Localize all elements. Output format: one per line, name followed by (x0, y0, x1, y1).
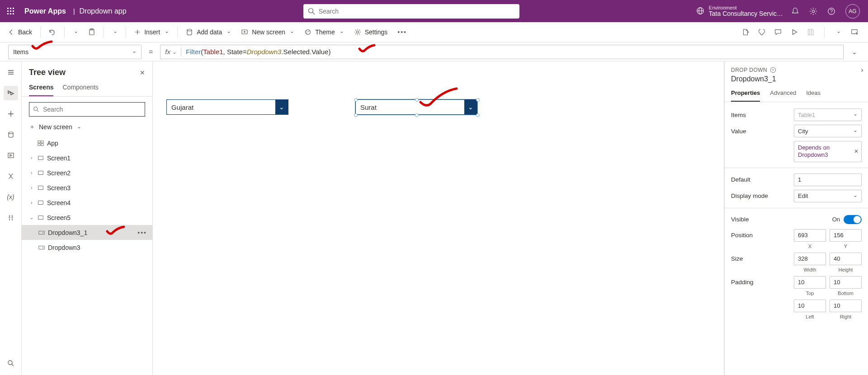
prop-pad-left-input[interactable] (794, 300, 826, 312)
app-checker-icon[interactable] (757, 28, 766, 37)
tree-tab-components[interactable]: Components (62, 80, 98, 96)
svg-rect-6 (7, 13, 9, 14)
tree-search-input[interactable] (43, 106, 141, 113)
rail-tools[interactable] (4, 211, 18, 225)
prop-display-mode-select[interactable]: Edit (794, 190, 862, 202)
tree-view-close[interactable]: ✕ (140, 69, 145, 76)
svg-rect-1 (10, 8, 11, 9)
undo-icon (49, 28, 56, 36)
canvas[interactable]: Gujarat ⌄ Surat ⌄ (153, 61, 724, 375)
chevron-down-icon[interactable]: ⌄ (275, 100, 288, 114)
formula-input[interactable]: fx Filter(Table1, State=Dropdown3.Select… (160, 45, 844, 59)
rail-data[interactable] (4, 127, 18, 142)
rail-tree-view[interactable] (4, 86, 18, 100)
svg-rect-7 (10, 13, 11, 14)
insert-button[interactable]: Insert (131, 26, 173, 38)
canvas-dropdown-b[interactable]: Surat ⌄ (355, 99, 477, 115)
tree-node-screen5[interactable]: ⌄Screen5 (22, 210, 152, 225)
properties-pane: DROP DOWN ? › Dropdown3_1 Properties Adv… (724, 61, 868, 375)
prop-height-input[interactable] (830, 253, 862, 265)
screen-icon (37, 169, 44, 177)
svg-rect-42 (39, 231, 44, 234)
rail-flows[interactable] (4, 169, 18, 183)
save-icon[interactable] (806, 28, 815, 37)
property-selector[interactable]: Items (8, 45, 142, 59)
paste-button[interactable] (85, 26, 99, 38)
global-search[interactable] (303, 4, 519, 19)
tree-node-more[interactable]: ••• (137, 229, 147, 236)
theme-button[interactable]: Theme (301, 26, 348, 38)
tree-node-dropdown3[interactable]: Dropdown3 (22, 240, 152, 255)
prop-padding-label: Padding (731, 279, 790, 286)
rail-insert[interactable] (4, 107, 18, 121)
settings-button[interactable]: Settings (350, 26, 392, 38)
prop-visible-toggle[interactable] (844, 215, 862, 224)
tree-search[interactable] (29, 102, 145, 117)
canvas-surface[interactable]: Gujarat ⌄ Surat ⌄ (153, 61, 724, 375)
app-title[interactable]: Dropdown app (80, 7, 127, 15)
fx-label[interactable]: fx (165, 48, 176, 56)
prop-pad-top-input[interactable] (794, 276, 826, 289)
prop-display-mode-label: Display mode (731, 192, 790, 199)
close-icon[interactable]: ✕ (854, 148, 859, 155)
prop-y-input[interactable] (830, 229, 862, 242)
help-icon[interactable]: ? (770, 67, 776, 73)
save-menu[interactable] (834, 28, 843, 37)
prop-depends-box[interactable]: Depends on Dropdown3 ✕ (794, 141, 862, 162)
prop-default-input[interactable] (794, 173, 862, 186)
rail-search[interactable] (4, 356, 18, 370)
props-tab-advanced[interactable]: Advanced (770, 87, 796, 102)
add-data-button[interactable]: Add data (182, 26, 235, 38)
svg-rect-34 (41, 141, 43, 142)
settings-label: Settings (365, 28, 388, 36)
waffle-icon[interactable] (0, 8, 22, 15)
paste-dropdown[interactable] (108, 26, 121, 38)
environment-picker[interactable]: Environment Tata Consultancy Servic… (696, 5, 783, 17)
svg-rect-28 (8, 153, 14, 158)
props-tab-ideas[interactable]: Ideas (806, 87, 821, 102)
preview-icon[interactable] (790, 28, 799, 37)
settings-gear-icon[interactable] (809, 7, 817, 15)
undo-button[interactable] (45, 26, 60, 38)
canvas-dropdown-a[interactable]: Gujarat ⌄ (166, 99, 288, 115)
prop-items-select[interactable]: Table1 (794, 108, 862, 121)
prop-position-label: Position (731, 232, 790, 239)
search-icon (308, 8, 315, 15)
formula-expand[interactable]: ⌄ (849, 48, 860, 56)
rail-media[interactable] (4, 148, 18, 163)
overflow-button[interactable]: ••• (394, 26, 410, 38)
undo-dropdown[interactable] (69, 26, 82, 38)
tree-label: Screen5 (47, 214, 71, 221)
notifications-icon[interactable] (791, 7, 799, 15)
tree-node-dropdown3-1[interactable]: Dropdown3_1 ••• (22, 225, 152, 240)
tree-node-screen2[interactable]: ›Screen2 (22, 165, 152, 180)
rail-hamburger[interactable] (4, 65, 18, 80)
tree-tab-screens[interactable]: Screens (29, 80, 53, 96)
prop-x-input[interactable] (794, 229, 826, 242)
help-icon[interactable] (827, 7, 835, 15)
rail-variables[interactable]: (x) (4, 190, 18, 204)
prop-width-input[interactable] (794, 253, 826, 265)
back-button[interactable]: Back (5, 26, 36, 38)
new-screen-button[interactable]: New screen (237, 26, 298, 38)
publish-icon[interactable] (850, 28, 859, 37)
chevron-down-icon[interactable]: ⌄ (464, 100, 477, 114)
global-search-input[interactable] (319, 8, 515, 15)
tree-node-screen4[interactable]: ›Screen4 (22, 195, 152, 210)
prop-value-select[interactable]: City (794, 125, 862, 137)
svg-rect-5 (13, 10, 14, 12)
prop-pad-bottom-input[interactable] (830, 276, 862, 289)
tree-node-screen3[interactable]: ›Screen3 (22, 180, 152, 195)
brand-label[interactable]: Power Apps (22, 7, 69, 15)
tree-node-app[interactable]: App (22, 136, 152, 150)
prop-pad-right-input[interactable] (830, 300, 862, 312)
share-icon[interactable] (741, 28, 750, 37)
tree-node-screen1[interactable]: ›Screen1 (22, 150, 152, 165)
collapse-pane-icon[interactable]: › (861, 66, 863, 74)
tree-new-screen[interactable]: ＋ New screen (22, 120, 152, 136)
environment-label: Environment (709, 5, 783, 10)
comments-icon[interactable] (774, 28, 783, 37)
props-tab-properties[interactable]: Properties (731, 87, 760, 102)
user-avatar[interactable]: AG (845, 4, 860, 19)
svg-rect-36 (41, 143, 43, 145)
